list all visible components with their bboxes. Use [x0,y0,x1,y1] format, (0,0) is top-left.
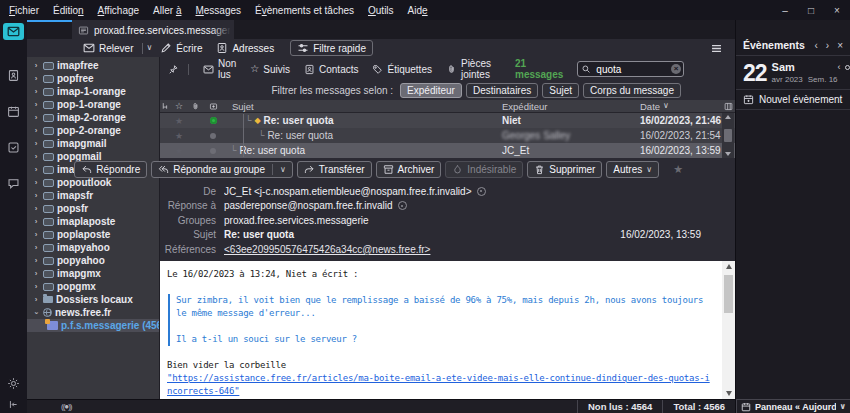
reply-group-dropdown-icon[interactable]: ∨ [280,166,286,174]
twisty-icon[interactable]: › [32,140,40,148]
scroll-up-icon[interactable] [726,264,732,269]
maximize-button[interactable]: □ [798,5,824,16]
reply-to-value[interactable]: pasdereponse@nospam.free.fr.invalid [224,200,393,211]
folder-news-free-fr[interactable]: ›news.free.fr [27,306,159,319]
tab-newsgroup[interactable]: proxad.free.services.messagerie [72,20,234,39]
body-scrollbar[interactable] [722,261,735,400]
twisty-icon[interactable]: › [32,296,40,304]
filter-starred-button[interactable]: ☆ Suivis [250,64,290,75]
folder-dossiers-locaux[interactable]: ›Dossiers locaux [27,293,159,306]
twisty-icon[interactable]: › [32,88,40,96]
space-mail-button[interactable] [3,23,24,40]
next-day-icon[interactable]: › [826,40,829,51]
star-column-icon[interactable]: ☆ [170,101,188,111]
body-link[interactable]: "https://assistance.free.fr/articles/ma-… [167,372,712,398]
menu-affichage[interactable]: Affichage [91,5,147,16]
scroll-down-icon[interactable] [726,391,732,396]
twisty-icon[interactable]: › [32,62,40,70]
column-picker-icon[interactable] [722,102,735,111]
folder-imaplaposte[interactable]: ›imaplaposte [27,215,159,228]
settings-gear-icon[interactable] [7,377,20,390]
app-menu-icon[interactable] [710,42,723,55]
sticky-pin-button[interactable] [168,64,189,75]
filter-by-sender-button[interactable]: Expéditeur [400,83,462,98]
menu-messages[interactable]: Messages [188,5,248,16]
menu-outils[interactable]: Outils [361,5,401,16]
filter-by-subject-button[interactable]: Sujet [542,83,579,98]
folder-imap-2-orange[interactable]: ›imap-2-orange [27,111,159,124]
from-value[interactable]: JC_Et <j-c.nospam.etiembleue@nospam.free… [224,186,472,197]
filter-tags-button[interactable]: Étiquettes [372,64,431,75]
more-button[interactable]: Autres ∨ [606,161,659,178]
reply-button[interactable]: Répondre [74,161,147,178]
star-icon[interactable]: ★ [170,146,188,156]
twisty-open-icon[interactable]: › [32,309,40,317]
folder-imapgmail[interactable]: ›imapgmail [27,137,159,150]
folder-popgmx[interactable]: ›popgmx [27,280,159,293]
new-event-button[interactable]: Nouvel évènement [736,90,850,110]
subject-column-header[interactable]: Sujet [224,101,502,112]
twisty-icon[interactable]: › [32,127,40,135]
twisty-icon[interactable]: › [32,205,40,213]
twisty-icon[interactable]: › [32,101,40,109]
attachment-column-icon[interactable] [188,102,202,111]
twisty-icon[interactable]: › [32,218,40,226]
folder-imapgmx[interactable]: ›imapgmx [27,267,159,280]
twisty-icon[interactable]: › [32,244,40,252]
read-indicator[interactable] [210,148,216,154]
scrollbar-thumb[interactable] [724,275,733,313]
twisty-icon[interactable]: › [32,192,40,200]
twisty-icon[interactable]: › [32,114,40,122]
search-input[interactable] [577,61,684,77]
junk-button[interactable]: Indésirable [445,161,523,178]
delete-button[interactable]: Supprimer [527,161,602,178]
reply-to-group-button[interactable]: Répondre au groupe ∨ [151,161,293,178]
folder-popsfr[interactable]: ›popsfr [27,202,159,215]
folder-pop-2-orange[interactable]: ›pop-2-orange [27,124,159,137]
twisty-icon[interactable]: › [32,179,40,187]
write-button[interactable]: Écrire [154,40,208,56]
address-book-button[interactable]: Adresses [210,40,280,56]
sender-column-header[interactable]: Expéditeur [502,101,640,112]
filter-by-body-button[interactable]: Corps du message [583,83,681,98]
forward-button[interactable]: Transférer [297,161,372,178]
message-star-icon[interactable]: ★ [673,163,683,176]
twisty-icon[interactable]: › [32,166,40,174]
message-row-2[interactable]: ★ └Re: user quota Georges Salley 16/02/2… [160,128,735,143]
menu-aller-a[interactable]: Aller à [146,5,188,16]
folder-popyahoo[interactable]: ›popyahoo [27,254,159,267]
scroll-up-icon[interactable] [725,115,731,119]
get-messages-button[interactable]: Relever [77,40,139,56]
scroll-down-icon[interactable] [725,152,731,156]
star-icon[interactable]: ★ [170,131,188,141]
filter-by-recipients-button[interactable]: Destinataires [466,83,538,98]
folder-imapyahoo[interactable]: ›imapyahoo [27,241,159,254]
today-pane-toggle[interactable]: Panneau « Aujourd'hui » ∨ [736,399,850,413]
twisty-icon[interactable]: › [32,75,40,83]
twisty-icon[interactable]: › [32,257,40,265]
collapse-spaces-icon[interactable] [8,399,19,410]
twisty-icon[interactable]: › [32,153,40,161]
message-row-3-selected[interactable]: ★ └Re: user quota JC_Et 16/02/2023, 13:5… [160,143,735,158]
star-icon[interactable]: ★ [170,116,188,126]
identity-icon[interactable] [398,201,407,210]
folder-poplaposte[interactable]: ›poplaposte [27,228,159,241]
space-calendar-button[interactable] [3,103,24,120]
get-messages-dropdown[interactable]: ∨ [146,44,152,52]
folder-imap-1-orange[interactable]: ›imap-1-orange [27,85,159,98]
menu-aide[interactable]: Aide [401,5,435,16]
quick-filter-toggle-button[interactable]: Filtre rapide [290,40,373,56]
filter-contacts-button[interactable]: Contacts [304,64,358,75]
folder-pop-1-orange[interactable]: ›pop-1-orange [27,98,159,111]
space-tasks-button[interactable] [3,139,24,156]
twisty-icon[interactable]: › [32,231,40,239]
today-icon[interactable] [845,65,850,70]
folder-imapsfr[interactable]: ›imapsfr [27,189,159,202]
clear-search-icon[interactable]: × [671,64,681,74]
thread-column-icon[interactable] [160,102,170,111]
twisty-icon[interactable]: › [32,283,40,291]
prev-date-icon[interactable]: ‹ [838,62,841,72]
thread-list-scrollbar[interactable] [722,113,734,158]
message-row-1[interactable]: ★ └◆Re: user quota Niet 16/02/2023, 21:4… [160,113,735,128]
date-column-header[interactable]: Date∨ [640,101,722,112]
